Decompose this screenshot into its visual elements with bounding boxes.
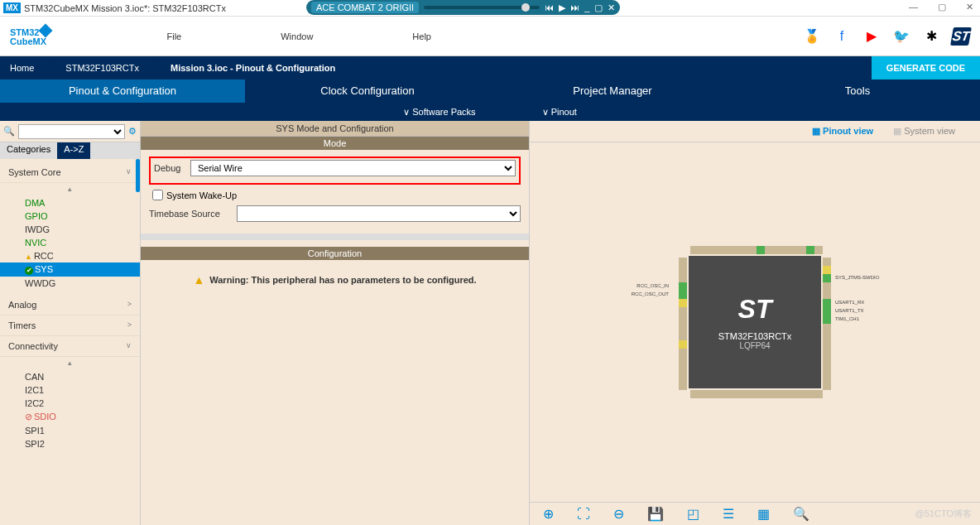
wakeup-checkbox-row: System Wake-Up [152, 190, 521, 200]
minimize-icon[interactable]: — [909, 2, 918, 12]
middle-panel: SYS Mode and Configuration Mode Debug Se… [141, 121, 530, 525]
group-connectivity[interactable]: Connectivity∨ [0, 336, 140, 357]
tree: System Core∨ ▴ DMA GPIO IWDG NVIC RCC SY… [0, 159, 140, 525]
tree-can[interactable]: CAN [0, 370, 140, 383]
bc-home[interactable]: Home [0, 56, 49, 79]
tree-wwdg[interactable]: WWDG [0, 277, 140, 290]
wakeup-checkbox[interactable] [152, 190, 163, 200]
debug-select[interactable]: Serial Wire [190, 160, 516, 176]
breadcrumb: Home STM32F103RCTx Mission 3.ioc - Pinou… [0, 56, 980, 79]
top-row: STM32 CubeMX File Window Help 🏅 f ▶ 🐦 ✱ … [0, 17, 980, 56]
min-icon[interactable]: _ [584, 2, 589, 12]
subtab-software-packs[interactable]: ∨ Software Packs [403, 107, 475, 118]
group-system-core[interactable]: System Core∨ [0, 162, 140, 183]
main-tabs: Pinout & Configuration Clock Configurati… [0, 79, 980, 103]
tree-scrollbar[interactable] [136, 159, 140, 192]
network-icon[interactable]: ✱ [922, 27, 940, 46]
next-icon[interactable]: ⏭ [570, 2, 579, 12]
tab-pinout[interactable]: Pinout & Configuration [0, 79, 245, 103]
menu-help[interactable]: Help [412, 31, 431, 41]
right-panel: Pinout view ▦ System view ST STM32F103RC… [530, 121, 980, 525]
tree-rcc[interactable]: RCC [0, 249, 140, 262]
watermark: @51CTO博客 [915, 508, 972, 520]
close-icon[interactable]: ✕ [966, 2, 973, 12]
tree-iwdg[interactable]: IWDG [0, 223, 140, 236]
tree-i2c1[interactable]: I2C1 [0, 383, 140, 397]
play-icon[interactable]: ▶ [559, 2, 565, 13]
tab-clock[interactable]: Clock Configuration [245, 79, 490, 103]
up-arrow-icon-2[interactable]: ▴ [0, 357, 140, 368]
zoom-in-icon[interactable]: ⊕ [543, 506, 554, 522]
grid-icon[interactable]: ▦ [757, 506, 770, 522]
left-panel: 🔍 ⚙ Categories A->Z System Core∨ ▴ DMA G… [0, 121, 141, 525]
up-arrow-icon[interactable]: ▴ [0, 183, 140, 195]
lab-u1rx: USART1_RX [835, 300, 864, 305]
list-icon[interactable]: ☰ [723, 506, 734, 522]
cube-icon [39, 24, 53, 38]
tree-gpio[interactable]: GPIO [0, 210, 140, 223]
config-header: Configuration [141, 247, 529, 260]
fit-icon[interactable]: ⛶ [577, 507, 590, 522]
bottom-toolbar: ⊕ ⛶ ⊖ 💾 ◰ ☰ ▦ 🔍 [530, 502, 980, 525]
sub-tabs: ∨ Software Packs ∨ Pinout [0, 103, 980, 121]
cat-categories[interactable]: Categories [0, 142, 57, 159]
titlebar: MX STM32CubeMX Mission 3.ioc*: STM32F103… [0, 0, 980, 17]
social-icons: 🏅 f ▶ 🐦 ✱ ST [803, 27, 970, 46]
mid-header: SYS Mode and Configuration [141, 121, 529, 137]
search-select[interactable] [18, 124, 125, 139]
tree-spi2[interactable]: SPI2 [0, 437, 140, 450]
prev-icon[interactable]: ⏮ [545, 2, 554, 12]
chip[interactable]: ST STM32F103RCTx LQFP64 RCC_OSC_IN RCC_O… [671, 238, 838, 406]
tab-tools[interactable]: Tools [735, 79, 980, 103]
chip-view[interactable]: ST STM32F103RCTx LQFP64 RCC_OSC_IN RCC_O… [530, 142, 980, 502]
debug-label: Debug [154, 163, 185, 173]
tree-sdio[interactable]: SDIO [0, 410, 140, 424]
gear-icon[interactable]: ⚙ [128, 126, 137, 137]
group-timers[interactable]: Timers> [0, 315, 140, 336]
tree-nvic[interactable]: NVIC [0, 236, 140, 249]
search-icon[interactable]: 🔍 [3, 126, 15, 137]
category-tabs: Categories A->Z [0, 142, 140, 159]
wakeup-label: System Wake-Up [166, 190, 237, 200]
warning-icon: ▲ [193, 273, 204, 287]
tree-dma[interactable]: DMA [0, 196, 140, 210]
save-icon[interactable]: 💾 [647, 506, 664, 522]
search-chip-icon[interactable]: 🔍 [793, 506, 809, 522]
cat-az[interactable]: A->Z [57, 142, 90, 159]
chip-package: LQFP64 [739, 341, 770, 350]
maximize-icon[interactable]: ▢ [938, 2, 946, 12]
system-view-tab[interactable]: ▦ System view [893, 126, 955, 137]
chip-die: ST STM32F103RCTx LQFP64 [689, 256, 821, 388]
subtab-pinout[interactable]: ∨ Pinout [542, 107, 577, 118]
mode-box: Debug Serial Wire System Wake-Up Timebas… [141, 150, 529, 234]
mode-header: Mode [141, 137, 529, 150]
close-media-icon[interactable]: ✕ [608, 2, 615, 13]
lab-rccout: RCC_OSC_OUT [632, 291, 669, 296]
app-badge: MX [3, 2, 21, 13]
logo: STM32 CubeMX [10, 26, 50, 46]
tree-sys[interactable]: SYS [0, 262, 140, 277]
twitter-icon[interactable]: 🐦 [892, 27, 910, 46]
media-track: ACE COMBAT 2 ORIGII [311, 2, 419, 13]
search-row: 🔍 ⚙ [0, 121, 140, 142]
pinout-view-tab[interactable]: Pinout view [812, 126, 873, 137]
rotate-icon[interactable]: ◰ [687, 506, 699, 522]
bc-project[interactable]: Mission 3.ioc - Pinout & Configuration [161, 56, 350, 79]
menu-window[interactable]: Window [281, 31, 313, 41]
bc-mcu[interactable]: STM32F103RCTx [55, 56, 154, 79]
timebase-select[interactable] [237, 205, 521, 222]
debug-highlight: Debug Serial Wire [149, 157, 521, 185]
media-progress[interactable] [424, 6, 540, 9]
menu-file[interactable]: File [166, 31, 181, 41]
group-analog[interactable]: Analog> [0, 295, 140, 315]
tree-spi1[interactable]: SPI1 [0, 424, 140, 437]
max-icon[interactable]: ▢ [594, 2, 603, 13]
generate-code-button[interactable]: GENERATE CODE [872, 56, 980, 79]
tab-project-manager[interactable]: Project Manager [490, 79, 735, 103]
youtube-icon[interactable]: ▶ [862, 27, 881, 46]
badge-icon[interactable]: 🏅 [803, 27, 821, 46]
tree-i2c2[interactable]: I2C2 [0, 397, 140, 410]
view-tabs: Pinout view ▦ System view [530, 121, 980, 142]
facebook-icon[interactable]: f [833, 27, 851, 46]
zoom-out-icon[interactable]: ⊖ [613, 506, 624, 522]
